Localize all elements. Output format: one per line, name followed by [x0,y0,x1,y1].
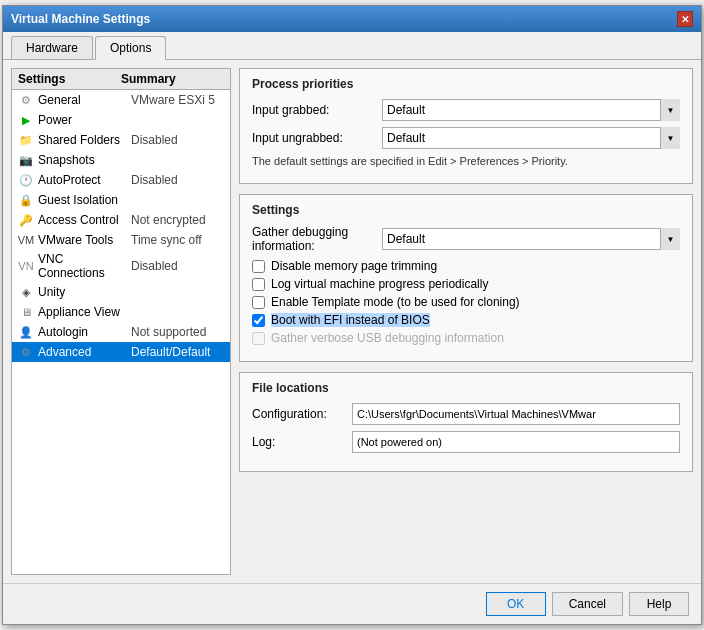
log-label: Log: [252,435,352,449]
virtual-machine-settings-window: Virtual Machine Settings ✕ Hardware Opti… [2,5,702,625]
item-summary-general: VMware ESXi 5 [131,93,224,107]
icon-vnc-connections: VN [18,258,34,274]
list-item-snapshots[interactable]: 📷 Snapshots [12,150,230,170]
icon-autoprotect: 🕐 [18,172,34,188]
item-name-vnc-connections: VNC Connections [38,252,131,280]
item-name-vmware-tools: VMware Tools [38,233,131,247]
item-summary-vmware-tools: Time sync off [131,233,224,247]
icon-appliance-view: 🖥 [18,304,34,320]
item-name-autoprotect: AutoProtect [38,173,131,187]
input-ungrabbed-label: Input ungrabbed: [252,131,382,145]
input-ungrabbed-select[interactable]: DefaultHighNormalLow [382,127,680,149]
item-name-power: Power [38,113,131,127]
item-name-appliance-view: Appliance View [38,305,131,319]
list-item-guest-isolation[interactable]: 🔒 Guest Isolation [12,190,230,210]
settings-section: Settings Gather debugging information: D… [239,194,693,362]
icon-advanced: ⚙ [18,344,34,360]
log-row: Log: [252,431,680,453]
gather-debug-select[interactable]: DefaultEnabledDisabled [382,228,680,250]
item-name-unity: Unity [38,285,131,299]
checkbox-gather-verbose[interactable] [252,332,265,345]
checkbox-label-boot-efi: Boot with EFI instead of BIOS [271,313,430,327]
checkbox-label-disable-memory: Disable memory page trimming [271,259,437,273]
input-ungrabbed-row: Input ungrabbed: DefaultHighNormalLow ▼ [252,127,680,149]
gather-debug-row: Gather debugging information: DefaultEna… [252,225,680,253]
process-priorities-section: Process priorities Input grabbed: Defaul… [239,68,693,184]
item-name-general: General [38,93,131,107]
gather-debug-select-wrapper: DefaultEnabledDisabled ▼ [382,228,680,250]
icon-autologin: 👤 [18,324,34,340]
item-name-shared-folders: Shared Folders [38,133,131,147]
checkbox-row-log-vm-progress: Log virtual machine progress periodicall… [252,277,680,291]
list-item-shared-folders[interactable]: 📁 Shared Folders Disabled [12,130,230,150]
list-item-appliance-view[interactable]: 🖥 Appliance View [12,302,230,322]
icon-vmware-tools: VM [18,232,34,248]
icon-shared-folders: 📁 [18,132,34,148]
item-name-advanced: Advanced [38,345,131,359]
checkbox-row-disable-memory: Disable memory page trimming [252,259,680,273]
checkbox-row-enable-template: Enable Template mode (to be used for clo… [252,295,680,309]
tab-hardware[interactable]: Hardware [11,36,93,59]
checkbox-boot-efi[interactable] [252,314,265,327]
main-content: Settings Summary ⚙ General VMware ESXi 5… [3,60,701,583]
configuration-row: Configuration: [252,403,680,425]
log-input[interactable] [352,431,680,453]
checkboxes-container: Disable memory page trimmingLog virtual … [252,259,680,345]
list-header: Settings Summary [12,69,230,90]
checkbox-disable-memory[interactable] [252,260,265,273]
input-grabbed-label: Input grabbed: [252,103,382,117]
item-summary-advanced: Default/Default [131,345,224,359]
item-name-access-control: Access Control [38,213,131,227]
item-summary-vnc-connections: Disabled [131,259,224,273]
tab-bar: Hardware Options [3,32,701,60]
input-grabbed-row: Input grabbed: DefaultHighNormalLow ▼ [252,99,680,121]
list-item-unity[interactable]: ◈ Unity [12,282,230,302]
priority-info-text: The default settings are specified in Ed… [252,155,680,167]
icon-access-control: 🔑 [18,212,34,228]
checkbox-row-gather-verbose: Gather verbose USB debugging information [252,331,680,345]
configuration-label: Configuration: [252,407,352,421]
tab-options[interactable]: Options [95,36,166,60]
window-title: Virtual Machine Settings [11,12,150,26]
file-locations-section: File locations Configuration: Log: [239,372,693,472]
close-button[interactable]: ✕ [677,11,693,27]
checkbox-label-gather-verbose: Gather verbose USB debugging information [271,331,504,345]
input-ungrabbed-select-wrapper: DefaultHighNormalLow ▼ [382,127,680,149]
file-locations-title: File locations [252,381,680,395]
item-summary-autoprotect: Disabled [131,173,224,187]
icon-guest-isolation: 🔒 [18,192,34,208]
item-name-snapshots: Snapshots [38,153,131,167]
settings-list-panel: Settings Summary ⚙ General VMware ESXi 5… [11,68,231,575]
list-item-advanced[interactable]: ⚙ Advanced Default/Default [12,342,230,362]
settings-section-title: Settings [252,203,680,217]
input-grabbed-select[interactable]: DefaultHighNormalLow [382,99,680,121]
item-name-guest-isolation: Guest Isolation [38,193,131,207]
gather-debug-label: Gather debugging information: [252,225,382,253]
header-settings: Settings [18,72,121,86]
checkbox-label-enable-template: Enable Template mode (to be used for clo… [271,295,520,309]
bottom-bar: OK Cancel Help [3,583,701,624]
checkbox-log-vm-progress[interactable] [252,278,265,291]
list-item-power[interactable]: ▶ Power [12,110,230,130]
list-item-access-control[interactable]: 🔑 Access Control Not encrypted [12,210,230,230]
settings-list: ⚙ General VMware ESXi 5 ▶ Power 📁 Shared… [12,90,230,362]
cancel-button[interactable]: Cancel [552,592,623,616]
help-button[interactable]: Help [629,592,689,616]
input-grabbed-select-wrapper: DefaultHighNormalLow ▼ [382,99,680,121]
icon-power: ▶ [18,112,34,128]
configuration-input[interactable] [352,403,680,425]
item-summary-autologin: Not supported [131,325,224,339]
process-priorities-title: Process priorities [252,77,680,91]
ok-button[interactable]: OK [486,592,546,616]
list-item-general[interactable]: ⚙ General VMware ESXi 5 [12,90,230,110]
list-item-autologin[interactable]: 👤 Autologin Not supported [12,322,230,342]
item-name-autologin: Autologin [38,325,131,339]
checkbox-label-log-vm-progress: Log virtual machine progress periodicall… [271,277,488,291]
checkbox-row-boot-efi: Boot with EFI instead of BIOS [252,313,680,327]
list-item-vnc-connections[interactable]: VN VNC Connections Disabled [12,250,230,282]
list-item-vmware-tools[interactable]: VM VMware Tools Time sync off [12,230,230,250]
item-summary-access-control: Not encrypted [131,213,224,227]
checkbox-enable-template[interactable] [252,296,265,309]
list-item-autoprotect[interactable]: 🕐 AutoProtect Disabled [12,170,230,190]
header-summary: Summary [121,72,224,86]
